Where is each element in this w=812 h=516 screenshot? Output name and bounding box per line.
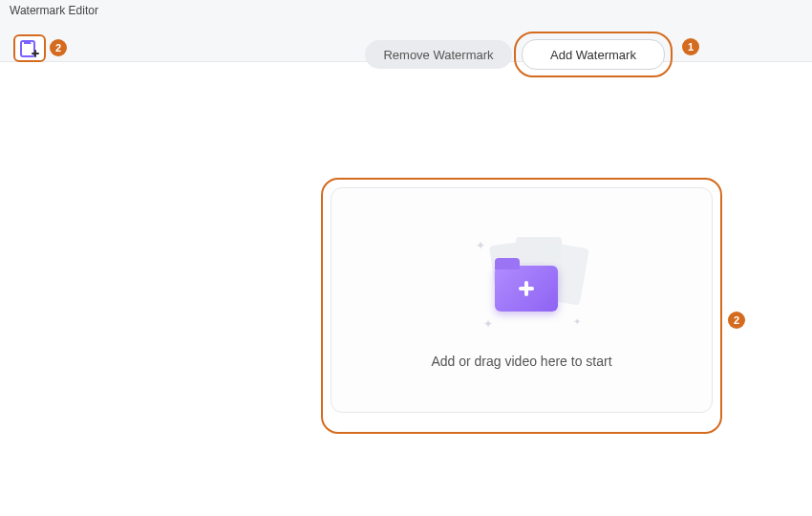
folder-plus-icon — [495, 266, 558, 312]
add-file-button[interactable] — [13, 34, 46, 62]
annotation-badge-2-header: 2 — [50, 39, 67, 56]
watermark-tab-group: Remove Watermark Add Watermark — [365, 32, 673, 77]
tab-remove-label: Remove Watermark — [383, 48, 493, 62]
dropzone-illustration: ✦ ✦ ✦ — [445, 231, 598, 336]
sparkle-icon: ✦ — [476, 239, 485, 252]
tab-add-label: Add Watermark — [550, 48, 636, 62]
video-dropzone[interactable]: ✦ ✦ ✦ Add or drag video here to start — [331, 187, 713, 413]
window-title: Watermark Editor — [10, 4, 98, 17]
tab-add-watermark[interactable]: Add Watermark — [522, 39, 665, 70]
sparkle-icon: ✦ — [573, 316, 581, 327]
app-root: Watermark Editor 2 Remove Watermark — [0, 0, 812, 516]
add-file-icon — [20, 40, 39, 57]
annotation-badge-1: 1 — [682, 38, 699, 55]
annotation-highlight-dropzone: ✦ ✦ ✦ Add or drag video here to start — [321, 178, 722, 434]
plus-icon — [519, 281, 534, 296]
annotation-highlight-add-tab: Add Watermark — [514, 32, 673, 77]
tab-remove-watermark[interactable]: Remove Watermark — [365, 40, 512, 69]
header-bar: Watermark Editor 2 Remove Watermark — [0, 0, 812, 62]
annotation-badge-2-dropzone: 2 — [728, 312, 745, 329]
sparkle-icon: ✦ — [483, 317, 493, 331]
dropzone-prompt: Add or drag video here to start — [431, 354, 611, 369]
